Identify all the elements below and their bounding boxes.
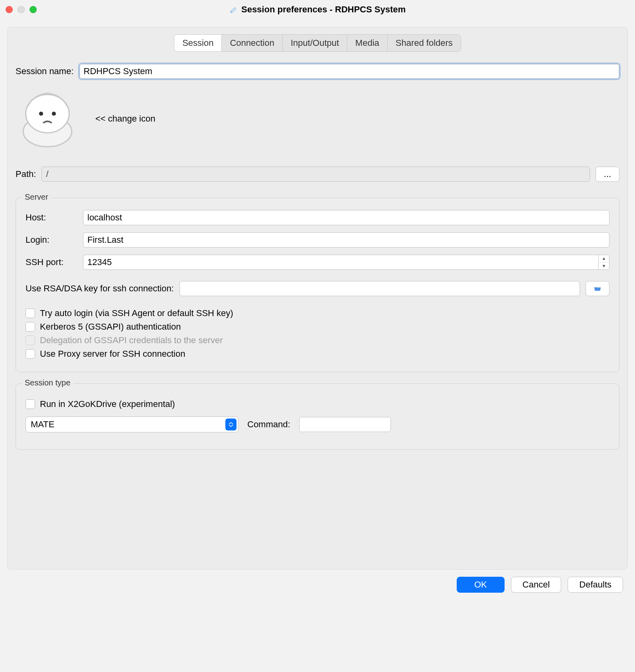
check-auto-login[interactable]: Try auto login (via SSH Agent or default… <box>26 308 609 318</box>
folder-open-icon <box>593 284 602 293</box>
minimize-window-button <box>18 6 25 13</box>
session-name-row: Session name: <box>16 64 619 79</box>
check-delegation: Delegation of GSSAPI credentials to the … <box>26 335 609 346</box>
session-type-select[interactable]: MATE <box>26 417 239 432</box>
path-row: Path: / ... <box>16 167 619 182</box>
host-input[interactable] <box>83 210 609 225</box>
login-input[interactable] <box>83 232 609 248</box>
window-title: Session preferences - RDHPCS System <box>241 4 406 15</box>
session-name-input[interactable] <box>79 64 619 79</box>
command-input[interactable] <box>299 417 391 432</box>
ssh-port-step-up[interactable]: ▲ <box>599 255 609 263</box>
chevron-up-down-icon <box>225 419 237 430</box>
svg-point-0 <box>230 11 231 12</box>
window: Session preferences - RDHPCS System Sess… <box>0 0 635 605</box>
host-label: Host: <box>26 212 77 223</box>
tab-connection[interactable]: Connection <box>221 35 282 51</box>
tab-input-output[interactable]: Input/Output <box>282 35 347 51</box>
session-icon-row: << change icon <box>16 87 619 151</box>
session-icon[interactable] <box>16 87 79 151</box>
preferences-icon <box>229 6 237 14</box>
cancel-button[interactable]: Cancel <box>511 577 561 593</box>
server-group-title: Server <box>22 193 51 202</box>
button-bar: OK Cancel Defaults <box>0 577 635 605</box>
titlebar: Session preferences - RDHPCS System <box>0 0 635 20</box>
check-proxy-label: Use Proxy server for SSH connection <box>40 349 185 359</box>
check-x2go-kdrive-label: Run in X2GoKDrive (experimental) <box>40 399 175 409</box>
command-label: Command: <box>247 419 290 430</box>
change-icon-hint: << change icon <box>95 114 155 124</box>
tabset: Session Connection Input/Output Media Sh… <box>174 34 461 52</box>
path-value: / <box>41 167 590 182</box>
check-delegation-label: Delegation of GSSAPI credentials to the … <box>40 335 223 346</box>
session-name-label: Session name: <box>16 66 74 77</box>
svg-point-4 <box>52 112 56 116</box>
server-group: Server Host: Login: SSH port: ▲ ▼ <box>16 198 619 372</box>
ssh-port-label: SSH port: <box>26 257 77 267</box>
session-type-group: Session type Run in X2GoKDrive (experime… <box>16 383 619 450</box>
tab-media[interactable]: Media <box>347 35 387 51</box>
checkbox-icon <box>26 322 35 332</box>
server-checks: Try auto login (via SSH Agent or default… <box>26 308 609 359</box>
check-kerberos-label: Kerberos 5 (GSSAPI) authentication <box>40 322 181 332</box>
session-type-select-value: MATE <box>31 419 54 430</box>
rsa-key-browse-button[interactable] <box>586 281 609 296</box>
path-label: Path: <box>16 169 36 179</box>
login-label: Login: <box>26 235 77 245</box>
defaults-button[interactable]: Defaults <box>568 577 623 593</box>
rsa-key-label: Use RSA/DSA key for ssh connection: <box>26 283 174 294</box>
svg-point-3 <box>39 112 43 116</box>
checkbox-icon <box>26 349 35 359</box>
check-x2go-kdrive[interactable]: Run in X2GoKDrive (experimental) <box>26 399 609 409</box>
tabset-container: Session Connection Input/Output Media Sh… <box>16 34 619 52</box>
traffic-lights <box>6 6 37 13</box>
rsa-key-input[interactable] <box>179 281 580 296</box>
main-panel: Session Connection Input/Output Media Sh… <box>7 27 628 570</box>
zoom-window-button[interactable] <box>30 6 37 13</box>
path-browse-button[interactable]: ... <box>596 167 619 182</box>
ssh-port-step-down[interactable]: ▼ <box>599 263 609 270</box>
checkbox-icon <box>26 336 35 345</box>
close-window-button[interactable] <box>6 6 13 13</box>
checkbox-icon <box>26 308 35 318</box>
session-type-group-title: Session type <box>22 378 74 387</box>
ssh-port-spinner: ▲ ▼ <box>83 255 609 270</box>
tab-shared-folders[interactable]: Shared folders <box>387 35 461 51</box>
tab-session[interactable]: Session <box>174 35 221 51</box>
check-kerberos[interactable]: Kerberos 5 (GSSAPI) authentication <box>26 322 609 332</box>
check-proxy[interactable]: Use Proxy server for SSH connection <box>26 349 609 359</box>
ok-button[interactable]: OK <box>457 577 505 593</box>
check-auto-login-label: Try auto login (via SSH Agent or default… <box>40 308 233 318</box>
ssh-port-input[interactable] <box>83 255 598 270</box>
checkbox-icon <box>26 399 35 409</box>
